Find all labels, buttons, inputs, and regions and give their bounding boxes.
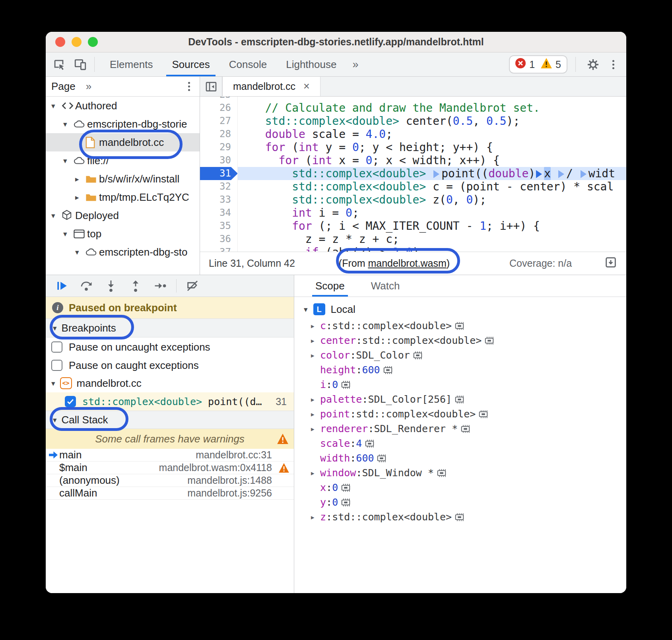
device-toolbar-icon[interactable] (71, 55, 89, 74)
frame-location[interactable]: mandelbrot.js:9256 (187, 487, 272, 499)
pause-uncaught-checkbox[interactable] (51, 341, 62, 353)
inline-breakpoint-marker-icon[interactable] (536, 170, 542, 178)
tree-item-authored[interactable]: ▾ Authored (46, 97, 200, 115)
kebab-menu-icon[interactable] (608, 58, 618, 71)
breakpoint-checkbox[interactable] (65, 396, 76, 407)
pause-caught-row[interactable]: Pause on caught exceptions (46, 357, 294, 374)
inline-breakpoint-marker-icon[interactable] (558, 170, 564, 178)
memory-inspector-icon[interactable] (454, 395, 465, 404)
scope-variable-row[interactable]: ▸center: std::complex<double> (294, 333, 626, 348)
memory-inspector-icon[interactable] (340, 483, 351, 492)
expander-icon[interactable]: ▾ (63, 156, 74, 165)
callstack-frame[interactable]: callMainmandelbrot.js:9256 (46, 487, 294, 500)
code-editor[interactable]: 25262728293031323334353637 // Calculate … (200, 97, 626, 252)
tree-item-deployed[interactable]: ▾ Deployed (46, 206, 200, 225)
tab-watch[interactable]: Watch (368, 275, 403, 297)
line-number[interactable]: 36 (200, 233, 237, 246)
breakpoint-entry[interactable]: std::complex<double> point((d… 31 (46, 392, 294, 411)
inspect-element-icon[interactable] (50, 55, 68, 74)
step-into-button[interactable] (101, 277, 121, 295)
frame-location[interactable]: mandelbrot.wasm:0x4118 (159, 462, 272, 473)
line-number[interactable]: 35 (200, 219, 237, 233)
open-drawer-icon[interactable] (604, 256, 618, 272)
execution-line-number[interactable]: 31 (200, 167, 237, 180)
issues-badge[interactable]: 1 5 (509, 55, 567, 74)
memory-inspector-icon[interactable] (436, 469, 447, 477)
scope-variable-row[interactable]: ▸window: SDL_Window * (294, 465, 626, 480)
resume-button[interactable] (51, 277, 72, 295)
expander-icon[interactable]: ▾ (75, 248, 85, 256)
close-tab-icon[interactable]: × (303, 81, 310, 92)
scope-variable-row[interactable]: x: 0 (294, 480, 626, 495)
deactivate-breakpoints-button[interactable] (182, 277, 203, 295)
file-tab-mandelbrot-cc[interactable]: mandelbrot.cc × (222, 77, 320, 96)
scope-local-row[interactable]: ▾ L Local (294, 300, 626, 318)
tree-item-mandelbrot-cc[interactable]: mandelbrot.cc (46, 133, 200, 151)
expander-icon[interactable]: ▾ (51, 211, 62, 220)
navigator-kebab-icon[interactable] (184, 80, 194, 93)
callstack-frame[interactable]: $mainmandelbrot.wasm:0x4118 (46, 462, 294, 474)
memory-inspector-icon[interactable] (376, 454, 387, 463)
tree-item-top-frame[interactable]: ▾ top (46, 225, 200, 243)
memory-inspector-icon[interactable] (412, 351, 423, 360)
tab-elements[interactable]: Elements (100, 52, 162, 76)
expander-icon[interactable]: ▸ (311, 410, 320, 418)
expander-icon[interactable]: ▾ (63, 229, 74, 238)
more-panels-icon[interactable]: » (346, 52, 365, 76)
expander-icon[interactable]: ▸ (311, 351, 320, 359)
tab-lighthouse[interactable]: Lighthouse (276, 52, 346, 76)
scope-variable-row[interactable]: ▸palette: SDL_Color[256] (294, 392, 626, 407)
memory-inspector-icon[interactable] (484, 336, 495, 345)
line-number[interactable]: 26 (200, 101, 237, 114)
expander-icon[interactable]: ▸ (311, 425, 320, 433)
line-number[interactable]: 33 (200, 193, 237, 206)
inline-breakpoint-marker-icon[interactable] (433, 170, 439, 178)
inline-breakpoint-marker-icon[interactable] (581, 170, 587, 178)
tab-sources[interactable]: Sources (162, 52, 219, 76)
line-number[interactable]: 27 (200, 114, 237, 128)
callstack-section-header[interactable]: ▾ Call Stack (46, 411, 294, 429)
callstack-frame[interactable]: mainmandelbrot.cc:31 (46, 449, 294, 462)
scope-variable-row[interactable]: ▸z: std::complex<double> (294, 510, 626, 524)
memory-inspector-icon[interactable] (340, 498, 351, 507)
expander-icon[interactable]: ▾ (63, 120, 74, 128)
zoom-window-button[interactable] (88, 37, 98, 47)
line-number[interactable]: 28 (200, 128, 237, 141)
memory-inspector-icon[interactable] (340, 380, 351, 389)
settings-gear-icon[interactable] (584, 55, 602, 74)
expander-icon[interactable]: ▸ (311, 396, 320, 403)
pause-uncaught-row[interactable]: Pause on uncaught exceptions (46, 337, 294, 357)
expander-icon[interactable]: ▸ (311, 322, 320, 330)
toggle-navigator-icon[interactable] (200, 77, 222, 96)
expander-icon[interactable]: ▸ (75, 193, 85, 202)
expander-icon[interactable]: ▸ (75, 175, 85, 183)
navigator-tab-page[interactable]: Page (51, 80, 76, 93)
scope-variable-row[interactable]: ▸c: std::complex<double> (294, 318, 626, 333)
tab-scope[interactable]: Scope (312, 275, 348, 297)
step-button[interactable] (150, 277, 171, 295)
expander-icon[interactable]: ▸ (311, 513, 320, 521)
memory-inspector-icon[interactable] (383, 366, 393, 374)
expander-icon[interactable]: ▸ (311, 469, 320, 477)
close-window-button[interactable] (55, 37, 65, 47)
pause-caught-checkbox[interactable] (51, 360, 62, 371)
breakpoints-section-header[interactable]: ▾ Breakpoints (46, 318, 294, 337)
scope-variable-row[interactable]: ▸color: SDL_Color (294, 348, 626, 363)
minimize-window-button[interactable] (72, 37, 82, 47)
line-number[interactable]: 32 (200, 180, 237, 193)
line-number[interactable]: 37 (200, 246, 237, 252)
memory-inspector-icon[interactable] (460, 425, 471, 433)
scope-variable-row[interactable]: scale: 4 (294, 436, 626, 451)
expander-icon[interactable]: ▸ (311, 337, 320, 345)
line-number[interactable]: 25 (200, 97, 237, 101)
tab-console[interactable]: Console (219, 52, 276, 76)
step-over-button[interactable] (76, 277, 97, 295)
tree-item-origin-authored[interactable]: ▾ emscripten-dbg-storie (46, 115, 200, 133)
step-out-button[interactable] (125, 277, 146, 295)
line-number[interactable]: 34 (200, 206, 237, 219)
memory-inspector-icon[interactable] (478, 410, 489, 419)
scope-variable-row[interactable]: ▸point: std::complex<double> (294, 407, 626, 421)
line-number[interactable]: 30 (200, 154, 237, 167)
memory-inspector-icon[interactable] (454, 322, 465, 330)
wasm-file-link[interactable]: mandelbrot.wasm (368, 258, 446, 269)
